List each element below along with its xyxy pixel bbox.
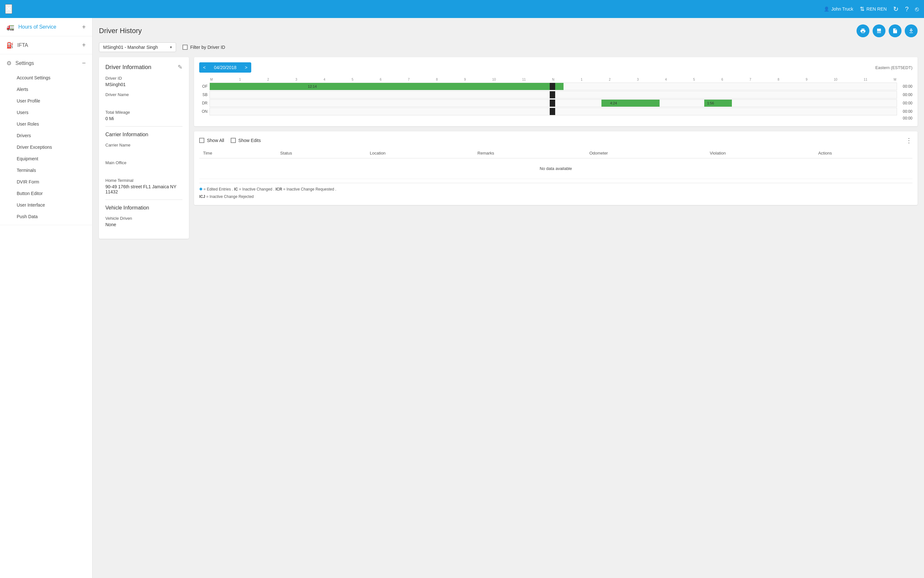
left-panel: Driver Information ✎ Driver ID MSingh01 … bbox=[99, 57, 189, 239]
top-nav: ✕ 👤 John Truck ⇅ REN REN ↻ ? ⎋ bbox=[0, 0, 924, 18]
show-all-text: Show All bbox=[207, 138, 224, 143]
chart-row-dr: DR 4:24 1:56 00:00 bbox=[199, 99, 913, 107]
sidebar-section-ifta: ⛽ IFTA + bbox=[0, 36, 92, 54]
col-remarks: Remarks bbox=[474, 148, 585, 158]
driver-id-value: MSingh01 bbox=[106, 82, 182, 87]
sidebar-title-ifta: IFTA bbox=[17, 42, 28, 48]
show-all-label[interactable]: Show All bbox=[199, 138, 224, 143]
sidebar-item-button-editor[interactable]: Button Editor bbox=[0, 188, 92, 199]
chart-row-of: OF 12:14 00:00 bbox=[199, 83, 913, 90]
sidebar-item-drivers[interactable]: Drivers bbox=[0, 130, 92, 141]
timeline-of: 12:14 bbox=[209, 83, 897, 90]
main-office-value bbox=[106, 166, 182, 173]
home-terminal-label: Home Terminal bbox=[106, 178, 182, 183]
sidebar-header-hos[interactable]: 🚛 Hours of Service + bbox=[0, 18, 92, 36]
truck-icon: 🚛 bbox=[6, 23, 15, 31]
close-button[interactable]: ✕ bbox=[5, 4, 12, 14]
switch-label: REN REN bbox=[867, 6, 887, 11]
nav-left: ✕ bbox=[5, 4, 12, 14]
total-mileage-label: Total Mileage bbox=[106, 110, 182, 115]
vehicle-driven-field: Vehicle Driven None bbox=[106, 216, 182, 227]
log-table-card: Show All Show Edits ⋮ Time bbox=[194, 132, 918, 205]
sidebar-section-hos: 🚛 Hours of Service + bbox=[0, 18, 92, 36]
home-terminal-value: 90-49 176th street FL1 Jamaica NY 11432 bbox=[106, 184, 182, 194]
download-button[interactable] bbox=[905, 24, 918, 37]
vehicle-driven-value: None bbox=[106, 222, 182, 227]
legend-text-2: ICJ = Inactive Change Rejected bbox=[199, 194, 913, 200]
sidebar-item-push-data[interactable]: Push Data bbox=[0, 211, 92, 222]
sidebar-item-user-interface[interactable]: User Interface bbox=[0, 199, 92, 211]
timezone-label: Eastern (EST5EDT) bbox=[875, 65, 913, 70]
monitor-button[interactable] bbox=[873, 24, 885, 37]
sidebar-header-settings[interactable]: ⚙ Settings − bbox=[0, 54, 92, 72]
edited-entries-text: = Edited Entries . bbox=[203, 187, 234, 192]
help-button[interactable]: ? bbox=[905, 5, 909, 13]
sidebar-item-dvir-form[interactable]: DVIR Form bbox=[0, 176, 92, 188]
driver-name-field: Driver Name bbox=[106, 92, 182, 105]
date-display: 04/20/2018 bbox=[209, 62, 241, 73]
ifta-expand-icon: + bbox=[82, 41, 86, 49]
user-info: 👤 John Truck bbox=[824, 6, 853, 11]
icr-label: ICR bbox=[276, 187, 283, 192]
row-label-sb: SB bbox=[199, 93, 209, 97]
legend-text: ✱ = Edited Entries . IC = Inactive Chang… bbox=[199, 186, 913, 192]
hos-chart: M1234567891011N1234567891011M OF 12:14 bbox=[199, 78, 913, 120]
driver-select[interactable]: MSingh01 - Manohar Singh ▾ bbox=[99, 42, 176, 52]
gear-icon: ⚙ bbox=[6, 60, 11, 67]
icr-text: = Inactive Change Requested . bbox=[283, 187, 336, 192]
no-data-row: No data available bbox=[199, 158, 913, 179]
show-edits-label[interactable]: Show Edits bbox=[231, 138, 261, 143]
print-button[interactable] bbox=[857, 24, 869, 37]
col-actions: Actions bbox=[814, 148, 913, 158]
sidebar-item-users[interactable]: Users bbox=[0, 107, 92, 118]
sidebar-item-user-roles[interactable]: User Roles bbox=[0, 118, 92, 130]
row-label-on: ON bbox=[199, 109, 209, 114]
sidebar-item-account-settings[interactable]: Account Settings bbox=[0, 72, 92, 84]
prev-date-button[interactable]: < bbox=[199, 62, 209, 73]
sidebar-item-alerts[interactable]: Alerts bbox=[0, 84, 92, 95]
switch-info[interactable]: ⇅ REN REN bbox=[860, 5, 887, 13]
refresh-button[interactable]: ↻ bbox=[893, 5, 899, 13]
chart-row-on: ON 00:00 bbox=[199, 108, 913, 115]
sidebar-item-equipment[interactable]: Equipment bbox=[0, 153, 92, 164]
sidebar-item-driver-exceptions[interactable]: Driver Exceptions bbox=[0, 141, 92, 153]
show-edits-text: Show Edits bbox=[239, 138, 261, 143]
col-status: Status bbox=[276, 148, 366, 158]
row-value-on: 00:00 bbox=[897, 109, 913, 114]
log-table: Time Status Location Remarks Odometer Vi… bbox=[199, 148, 913, 179]
show-edits-checkbox[interactable] bbox=[231, 138, 236, 143]
sidebar-item-user-profile[interactable]: User Profile bbox=[0, 95, 92, 107]
user-icon: 👤 bbox=[824, 6, 829, 11]
logout-button[interactable]: ⎋ bbox=[915, 5, 919, 13]
more-options-button[interactable]: ⋮ bbox=[906, 136, 913, 144]
carrier-name-field: Carrier Name bbox=[106, 143, 182, 155]
show-all-checkbox[interactable] bbox=[199, 138, 204, 143]
sidebar-item-terminals[interactable]: Terminals bbox=[0, 164, 92, 176]
driver-name-label: Driver Name bbox=[106, 92, 182, 97]
edit-icon[interactable]: ✎ bbox=[178, 63, 182, 71]
header-actions bbox=[857, 24, 918, 37]
sidebar-title-settings: Settings bbox=[15, 60, 34, 66]
page-header: Driver History bbox=[99, 24, 918, 37]
driver-info-title: Driver Information bbox=[106, 64, 151, 71]
main-office-field: Main Office bbox=[106, 160, 182, 173]
ic-label: IC bbox=[234, 187, 238, 192]
date-nav-top: < 04/20/2018 > Eastern (EST5EDT) bbox=[199, 62, 913, 73]
timeline-sb bbox=[209, 91, 897, 99]
driver-info-header: Driver Information ✎ bbox=[106, 63, 182, 71]
chevron-down-icon: ▾ bbox=[170, 45, 172, 49]
document-button[interactable] bbox=[889, 24, 901, 37]
switch-icon: ⇅ bbox=[860, 5, 865, 13]
total-mileage-value: 0 Mi bbox=[106, 116, 182, 121]
time-ticks: M1234567891011N1234567891011M bbox=[209, 78, 897, 81]
sidebar-header-ifta[interactable]: ⛽ IFTA + bbox=[0, 36, 92, 54]
row-value-sb: 00:00 bbox=[897, 93, 913, 97]
driver-select-value: MSingh01 - Manohar Singh bbox=[103, 45, 158, 50]
legend-divider bbox=[199, 183, 913, 183]
next-date-button[interactable]: > bbox=[241, 62, 251, 73]
filter-by-driver-id-checkbox[interactable] bbox=[182, 45, 188, 50]
home-terminal-field: Home Terminal 90-49 176th street FL1 Jam… bbox=[106, 178, 182, 194]
chart-row-empty: 00:00 bbox=[199, 116, 913, 120]
date-nav-card: < 04/20/2018 > Eastern (EST5EDT) M123456… bbox=[194, 57, 918, 126]
filter-by-driver-id-label[interactable]: Filter by Driver ID bbox=[182, 45, 225, 50]
